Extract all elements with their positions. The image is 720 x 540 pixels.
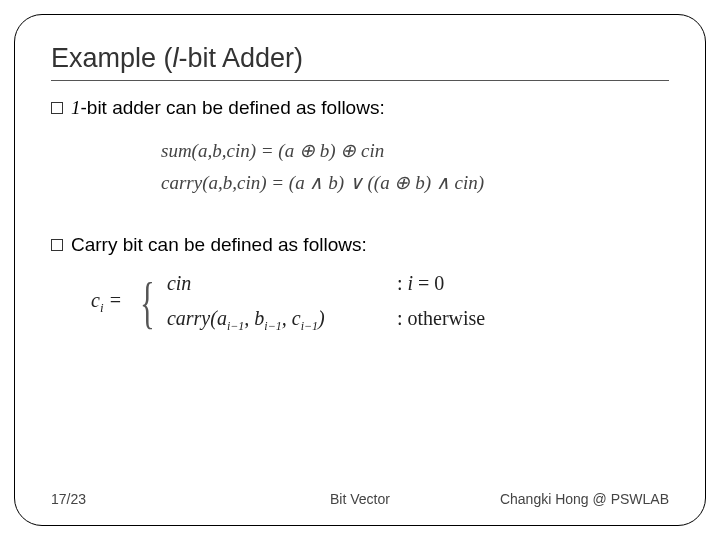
case1-cond: : i = 0 xyxy=(397,272,557,295)
cases-eq: = xyxy=(104,289,123,311)
case2-c-sub: i−1 xyxy=(301,319,318,333)
title-rule xyxy=(51,80,669,81)
slide-footer: 17/23 Bit Vector Changki Hong @ PSWLAB xyxy=(51,491,669,507)
footer-author: Changki Hong @ PSWLAB xyxy=(500,491,669,507)
equation-sum: sum(a,b,cin) = (a ⊕ b) ⊕ cin xyxy=(161,135,669,167)
case1-expr: cin xyxy=(167,272,397,295)
case2-b-sub: i−1 xyxy=(264,319,281,333)
bullet-1-rest: -bit adder can be defined as follows: xyxy=(81,97,385,118)
bullet-1-num: 1 xyxy=(71,97,81,118)
case2-cond: : otherwise xyxy=(397,307,557,330)
title-suffix: -bit Adder) xyxy=(179,43,304,73)
case2-c: c xyxy=(292,307,301,329)
case2-a-sub: i−1 xyxy=(227,319,244,333)
cases-lhs: ci = xyxy=(91,289,122,316)
equation-carry: carry(a,b,cin) = (a ∧ b) ∨ ((a ⊕ b) ∧ ci… xyxy=(161,167,669,199)
slide-frame: Example (l-bit Adder) 1-bit adder can be… xyxy=(14,14,706,526)
case2-fn: carry xyxy=(167,307,210,329)
cases-definition: ci = { cin : i = 0 carry(ai−1, bi−1, ci−… xyxy=(91,272,669,334)
case2-cond-text: otherwise xyxy=(407,307,485,329)
page-number: 17/23 xyxy=(51,491,86,507)
case2-expr: carry(ai−1, bi−1, ci−1) xyxy=(167,307,397,334)
case1-cond-rest: = 0 xyxy=(413,272,444,294)
case-row-1: cin : i = 0 xyxy=(167,272,557,295)
equation-block: sum(a,b,cin) = (a ⊕ b) ⊕ cin carry(a,b,c… xyxy=(161,135,669,200)
title-prefix: Example ( xyxy=(51,43,173,73)
cases-rows: cin : i = 0 carry(ai−1, bi−1, ci−1) : ot… xyxy=(167,272,557,334)
bullet-2-text: Carry bit can be defined as follows: xyxy=(71,234,367,256)
case-row-2: carry(ai−1, bi−1, ci−1) : otherwise xyxy=(167,307,557,334)
slide-title: Example (l-bit Adder) xyxy=(51,43,669,74)
case2-a: a xyxy=(217,307,227,329)
case1-cond-prefix: : xyxy=(397,272,408,294)
bullet-box-icon xyxy=(51,102,63,114)
case2-open: ( xyxy=(210,307,217,329)
bullet-1: 1-bit adder can be defined as follows: xyxy=(51,97,669,119)
bullet-box-icon xyxy=(51,239,63,251)
case2-close: ) xyxy=(318,307,325,329)
cases-lhs-var: c xyxy=(91,289,100,311)
bullet-1-text: 1-bit adder can be defined as follows: xyxy=(71,97,385,119)
bullet-2: Carry bit can be defined as follows: xyxy=(51,234,669,256)
case2-b: b xyxy=(254,307,264,329)
left-brace-icon: { xyxy=(140,275,155,331)
